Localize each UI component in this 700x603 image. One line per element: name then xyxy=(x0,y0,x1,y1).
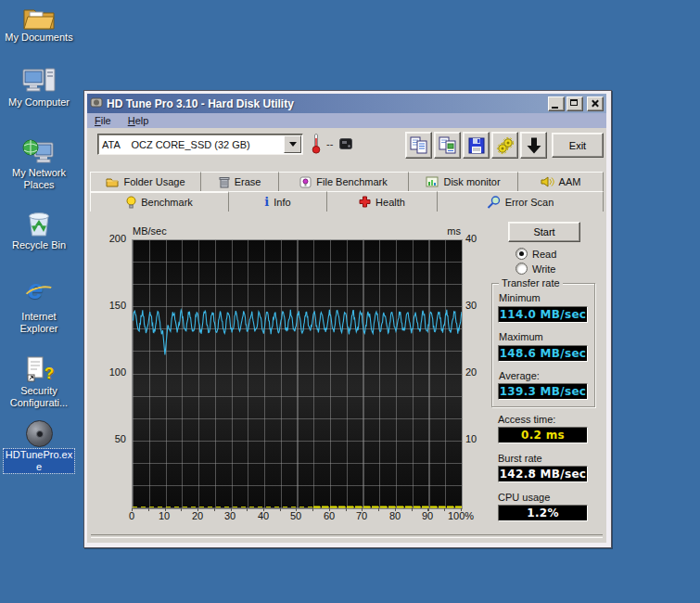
temperature-value: -- xyxy=(326,138,333,149)
drive-select[interactable]: ATA OCZ CORE_SSD (32 GB) xyxy=(97,134,303,155)
desktop-icon-my-computer[interactable]: My Computer xyxy=(0,65,78,109)
burst-rate-label: Burst rate xyxy=(498,453,542,464)
x-tick: 90 xyxy=(414,510,441,521)
toolbar: ATA OCZ CORE_SSD (32 GB) -- xyxy=(87,128,606,161)
my-computer-icon xyxy=(0,65,78,95)
minimum-value: 114.0 MB/sec xyxy=(498,306,588,323)
average-label: Average: xyxy=(499,370,540,381)
x-tick: 0 xyxy=(118,510,146,521)
save-button[interactable] xyxy=(463,132,490,159)
trash-icon xyxy=(219,176,230,188)
x-tick: 20 xyxy=(184,510,211,521)
x-tick: 60 xyxy=(315,510,343,521)
menu-help[interactable]: Help xyxy=(128,115,149,126)
tab-file-benchmark[interactable]: File Benchmark xyxy=(279,172,409,191)
benchmark-plot-svg xyxy=(133,240,462,508)
health-cross-icon xyxy=(359,196,371,208)
desktop-icon-recycle-bin[interactable]: Recycle Bin xyxy=(0,208,78,251)
x-tick: 50 xyxy=(282,510,310,521)
icon-label: Internet xyxy=(0,311,78,323)
tab-aam[interactable]: AAM xyxy=(518,172,604,191)
y-left-tick: 50 xyxy=(91,433,126,444)
desktop-icon-my-documents[interactable]: My Documents xyxy=(0,0,78,44)
cpu-usage-label: CPU usage xyxy=(498,492,550,503)
drive-select-value: ATA OCZ CORE_SSD (32 GB) xyxy=(98,139,284,150)
security-configuration-icon: ? xyxy=(0,353,78,383)
dropdown-arrow-icon[interactable] xyxy=(284,135,301,153)
selected-icon-label: HDTunePro.exe xyxy=(4,449,74,473)
speaker-icon xyxy=(541,176,554,187)
tab-benchmark[interactable]: Benchmark xyxy=(90,191,229,212)
icon-label: My Documents xyxy=(0,32,78,44)
down-arrow-icon xyxy=(526,136,542,155)
burst-rate-value: 142.8 MB/sec xyxy=(498,466,588,482)
copy-pages-icon xyxy=(409,136,429,155)
my-documents-folder-icon xyxy=(0,0,78,30)
exit-button[interactable]: Exit xyxy=(552,133,604,158)
titlebar[interactable]: HD Tune Pro 3.10 - Hard Disk Utility xyxy=(87,94,606,113)
y-right-tick: 20 xyxy=(465,366,491,378)
minimize-button[interactable] xyxy=(548,96,565,111)
update-button[interactable] xyxy=(520,132,547,159)
cpu-usage-value: 1.2% xyxy=(498,505,588,521)
access-time-label: Access time: xyxy=(498,414,555,425)
write-radio[interactable] xyxy=(515,263,528,275)
recycle-bin-icon xyxy=(0,208,78,237)
access-time-value: 0.2 ms xyxy=(498,427,588,443)
x-tick: 40 xyxy=(249,510,277,521)
y-right-tick: 10 xyxy=(465,433,491,444)
drive-temp-icon xyxy=(339,136,352,153)
hdtune-window: HD Tune Pro 3.10 - Hard Disk Utility Fil… xyxy=(83,90,612,548)
y-left-tick: 100 xyxy=(91,366,126,378)
file-benchmark-icon xyxy=(299,176,312,188)
desktop: My Documents My Computer My NetworkPlace… xyxy=(0,0,700,603)
y-left-tick: 200 xyxy=(91,233,126,244)
tab-health[interactable]: Health xyxy=(327,191,438,212)
transfer-rate-line xyxy=(133,310,462,355)
desktop-icon-hdtunepro[interactable]: HDTunePro.exe xyxy=(0,417,78,474)
y-left-axis-title: MB/sec xyxy=(133,225,167,237)
close-button[interactable] xyxy=(587,96,604,111)
menu-bar: File Help xyxy=(87,113,606,128)
x-tick-end: 100% xyxy=(444,510,477,521)
write-radio-label[interactable]: Write xyxy=(532,263,555,275)
tab-row-secondary: Folder Usage Erase File Benchmark Disk m… xyxy=(90,172,604,191)
x-tick: 30 xyxy=(216,510,244,521)
transfer-rate-group: Transfer rate Minimum 114.0 MB/sec Maxim… xyxy=(491,283,595,407)
copy-image-icon xyxy=(438,136,458,155)
copy-text-button[interactable] xyxy=(405,132,432,159)
desktop-icon-security-configuration[interactable]: ? SecurityConfigurati... xyxy=(0,353,78,409)
x-tick: 10 xyxy=(150,510,178,521)
tab-folder-usage[interactable]: Folder Usage xyxy=(90,172,201,191)
disk-monitor-icon xyxy=(426,176,439,187)
maximum-value: 148.6 MB/sec xyxy=(498,345,588,362)
hdtune-app-icon xyxy=(90,96,103,112)
start-button[interactable]: Start xyxy=(508,222,580,242)
icon-label: My Computer xyxy=(0,96,78,109)
y-right-tick: 30 xyxy=(465,300,491,311)
y-right-axis-title: ms xyxy=(421,225,461,237)
transfer-rate-group-label: Transfer rate xyxy=(499,277,563,289)
tab-disk-monitor[interactable]: Disk monitor xyxy=(409,172,518,191)
network-places-icon xyxy=(0,135,78,165)
tab-error-scan[interactable]: Error Scan xyxy=(438,191,604,212)
x-tick: 80 xyxy=(381,510,409,521)
menu-file[interactable]: File xyxy=(95,115,111,126)
desktop-icon-internet-explorer[interactable]: e InternetExplorer xyxy=(0,279,78,335)
gears-icon xyxy=(495,135,515,156)
tab-row-primary: Benchmark i Info Health Error Scan xyxy=(90,191,604,212)
icon-label: Security xyxy=(0,385,78,397)
tab-info[interactable]: i Info xyxy=(229,191,327,212)
maximum-label: Maximum xyxy=(499,331,543,342)
read-radio[interactable] xyxy=(515,248,528,260)
thermometer-icon xyxy=(312,133,321,158)
options-button[interactable] xyxy=(491,132,518,159)
hard-disk-icon xyxy=(0,417,78,447)
desktop-icon-my-network-places[interactable]: My NetworkPlaces xyxy=(0,135,78,191)
lightbulb-icon xyxy=(126,196,136,209)
read-radio-label[interactable]: Read xyxy=(532,249,556,260)
tab-erase[interactable]: Erase xyxy=(201,172,279,191)
y-right-tick: 40 xyxy=(465,233,491,244)
copy-screenshot-button[interactable] xyxy=(434,132,461,159)
maximize-button[interactable] xyxy=(566,96,583,111)
